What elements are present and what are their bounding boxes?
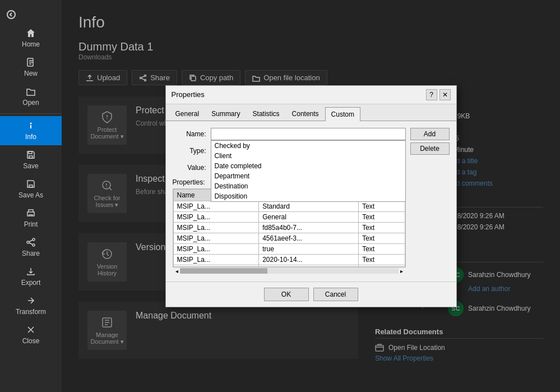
scroll-left-btn[interactable]: ◂	[174, 268, 180, 274]
dialog-footer: OK Cancel	[166, 282, 456, 307]
table-row[interactable]: MSIP_La...2020-10-14...Text	[173, 254, 405, 265]
sidebar-item-home[interactable]: Home	[0, 24, 62, 53]
dialog-left-col: Name: Checked by Client Date completed D…	[173, 128, 406, 275]
properties-dialog: Properties ? ✕ General Summary Statistic…	[165, 85, 457, 307]
table-row[interactable]: MSIP_La...StandardText	[173, 201, 405, 211]
dialog-body: Name: Checked by Client Date completed D…	[166, 121, 456, 282]
sidebar-item-export[interactable]: Export	[0, 262, 62, 291]
sidebar-item-transform[interactable]: Transform	[0, 291, 62, 320]
dialog-close-button[interactable]: ✕	[439, 89, 451, 100]
main-content: Info Dummy Data 1 Downloads Upload Share…	[62, 0, 560, 392]
scroll-right-btn[interactable]: ▸	[399, 268, 405, 274]
add-button[interactable]: Add	[410, 128, 450, 140]
dialog-title-buttons: ? ✕	[426, 89, 451, 100]
dialog-name-row: Name: Checked by Client Date completed D…	[173, 128, 406, 140]
sidebar: Home New Open Info Save Save As Print Sh…	[0, 0, 62, 392]
dialog-tab-general[interactable]: General	[169, 107, 206, 121]
svg-point-0	[7, 11, 15, 19]
sidebar-item-save[interactable]: Save	[0, 145, 62, 174]
dropdown-item-department[interactable]: Department	[211, 171, 405, 181]
sidebar-item-open[interactable]: Open	[0, 82, 62, 111]
sidebar-item-info[interactable]: Info	[0, 116, 62, 145]
cancel-button[interactable]: Cancel	[313, 288, 358, 301]
name-input[interactable]	[211, 128, 406, 140]
svg-point-2	[30, 123, 32, 124]
horiz-scrollbar[interactable]: ◂ ▸	[173, 267, 406, 275]
table-row[interactable]: MSIP_La...GeneralText	[173, 211, 405, 222]
dropdown-item-checked-by[interactable]: Checked by	[211, 141, 405, 151]
sidebar-item-save-as[interactable]: Save As	[0, 174, 62, 204]
name-input-wrapper: Checked by Client Date completed Departm…	[211, 128, 406, 140]
svg-point-10	[33, 244, 35, 246]
dialog-tabs: General Summary Statistics Contents Cust…	[166, 104, 456, 121]
dropdown-item-disposition[interactable]: Disposition	[211, 191, 405, 201]
dropdown-item-date-completed[interactable]: Date completed	[211, 161, 405, 171]
table-row[interactable]: MSIP_La...trueText	[173, 243, 405, 254]
dialog-tab-custom[interactable]: Custom	[325, 107, 360, 121]
dialog-btn-col: Add Delete	[410, 128, 450, 275]
sidebar-item-share[interactable]: Share	[0, 233, 62, 262]
sidebar-item-print[interactable]: Print	[0, 204, 62, 233]
dialog-tab-statistics[interactable]: Statistics	[247, 107, 286, 121]
sidebar-item-new[interactable]: New	[0, 53, 62, 82]
svg-rect-6	[29, 185, 33, 187]
ok-button[interactable]: OK	[264, 288, 309, 301]
dialog-content-area: Name: Checked by Client Date completed D…	[173, 128, 450, 275]
svg-rect-7	[27, 212, 34, 216]
dialog-help-button[interactable]: ?	[426, 89, 437, 100]
table-row[interactable]: MSIP_La...4561aeef-3...Text	[173, 233, 405, 243]
name-dropdown: Checked by Client Date completed Departm…	[211, 140, 406, 202]
dialog-overlay: Properties ? ✕ General Summary Statistic…	[62, 0, 560, 392]
dialog-tab-summary[interactable]: Summary	[205, 107, 246, 121]
delete-button[interactable]: Delete	[410, 142, 450, 155]
svg-rect-3	[30, 125, 31, 128]
dropdown-item-client[interactable]: Client	[211, 151, 405, 161]
back-button[interactable]	[0, 6, 62, 24]
table-row[interactable]: MSIP_La...fd85a4b0-7...Text	[173, 222, 405, 233]
svg-rect-4	[29, 156, 33, 158]
scroll-thumb[interactable]	[180, 268, 267, 274]
sidebar-item-close[interactable]: Close	[0, 320, 62, 349]
dialog-titlebar: Properties ? ✕	[166, 86, 456, 104]
svg-point-9	[27, 241, 29, 243]
dropdown-item-destination[interactable]: Destination	[211, 181, 405, 191]
scroll-track[interactable]	[180, 268, 399, 274]
svg-rect-5	[29, 151, 32, 154]
svg-point-8	[33, 238, 35, 241]
dialog-tab-contents[interactable]: Contents	[286, 107, 325, 121]
